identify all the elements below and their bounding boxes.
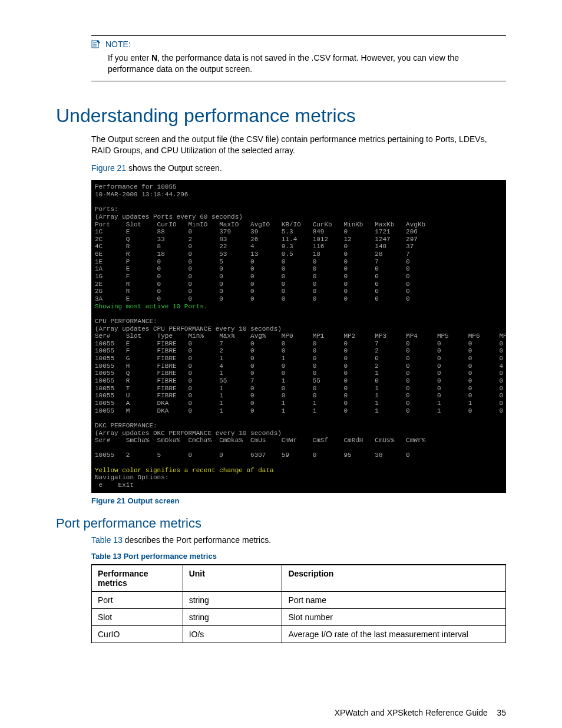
table-cell: IO/s — [183, 626, 282, 643]
table-cell: Port name — [282, 592, 506, 609]
note-bottom-rule — [91, 81, 506, 81]
note-top-rule — [91, 35, 506, 36]
note-label: NOTE: — [105, 39, 131, 49]
table-ref-post: describes the Port performance metrics. — [123, 535, 271, 545]
note-header: NOTE: — [91, 39, 506, 50]
note-body-pre: If you enter — [108, 53, 151, 62]
table-row: SlotstringSlot number — [92, 609, 506, 626]
figure-caption: Figure 21 Output screen — [91, 496, 506, 505]
port-metrics-table: Performance metrics Unit Description Por… — [91, 564, 506, 643]
footer-page: 35 — [497, 708, 506, 717]
note-icon — [91, 40, 101, 50]
note-body-post: , the performance data is not saved in t… — [108, 53, 459, 74]
table-cell: Average I/O rate of the last measurement… — [282, 626, 506, 643]
note-body: If you enter N, the performance data is … — [108, 52, 506, 75]
terminal-output: Performance for 10055 10-MAR-2009 13:18:… — [91, 180, 506, 492]
subsection-title: Port performance metrics — [56, 516, 506, 531]
table-row: CurIOIO/sAverage I/O rate of the last me… — [92, 626, 506, 643]
table-link[interactable]: Table 13 — [91, 535, 123, 545]
th-perf: Performance metrics — [92, 565, 183, 592]
table-header-row: Performance metrics Unit Description — [92, 565, 506, 592]
note-body-bold: N — [151, 53, 157, 62]
figure-reference: Figure 21 shows the Output screen. — [91, 163, 506, 174]
table-cell: CurIO — [92, 626, 183, 643]
th-desc: Description — [282, 565, 506, 592]
table-reference: Table 13 describes the Port performance … — [91, 535, 506, 546]
table-cell: string — [183, 592, 282, 609]
table-cell: Slot number — [282, 609, 506, 626]
table-cell: Port — [92, 592, 183, 609]
page-footer: XPWatch and XPSketch Reference Guide 35 — [56, 708, 506, 717]
table-cell: Slot — [92, 609, 183, 626]
figure-link[interactable]: Figure 21 — [91, 163, 126, 173]
table-cell: string — [183, 609, 282, 626]
figure-ref-post: shows the Output screen. — [126, 163, 222, 173]
note-block: NOTE: If you enter N, the performance da… — [91, 39, 506, 75]
table-caption: Table 13 Port performance metrics — [91, 552, 506, 561]
section-title: Understanding performance metrics — [56, 105, 506, 127]
footer-title: XPWatch and XPSketch Reference Guide — [335, 708, 488, 717]
table-row: PortstringPort name — [92, 592, 506, 609]
th-unit: Unit — [183, 565, 282, 592]
intro-paragraph: The Output screen and the output file (t… — [91, 134, 506, 157]
